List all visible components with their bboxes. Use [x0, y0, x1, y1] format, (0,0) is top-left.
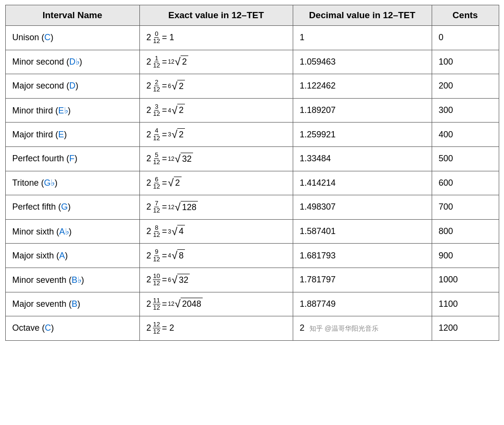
- table-row: Minor third (E♭) 2312 = 4√2 1.189207 300: [5, 98, 499, 123]
- table-row: Perfect fourth (F) 2512 = 12√32 1.33484 …: [5, 146, 499, 171]
- table-row: Unison (C) 2012 = 1 1 0: [5, 26, 499, 50]
- interval-name: Minor seventh (B♭): [5, 268, 139, 292]
- exact-value: 2512 = 12√32: [139, 146, 293, 171]
- cents-value: 900: [432, 244, 499, 268]
- decimal-value: 1.059463: [293, 50, 432, 74]
- cents-value: 0: [432, 26, 499, 50]
- decimal-value: 1.122462: [293, 74, 432, 99]
- decimal-value: 1.33484: [293, 146, 432, 171]
- cents-value: 1200: [432, 316, 499, 341]
- interval-name: Major seventh (B): [5, 292, 139, 316]
- decimal-value: 2 知乎 @温哥华阳光音乐: [293, 316, 432, 341]
- table-row: Major third (E) 2412 = 3√2 1.259921 400: [5, 123, 499, 147]
- table-row: Major second (D) 2212 = 6√2 1.122462 200: [5, 74, 499, 99]
- cents-value: 1100: [432, 292, 499, 316]
- header-decimal-value: Decimal value in 12–TET: [293, 5, 432, 26]
- cents-value: 1000: [432, 268, 499, 292]
- interval-name: Perfect fifth (G): [5, 195, 139, 220]
- cents-value: 400: [432, 123, 499, 147]
- interval-name: Minor sixth (A♭): [5, 219, 139, 244]
- interval-name: Perfect fourth (F): [5, 146, 139, 171]
- header-interval-name: Interval Name: [5, 5, 139, 26]
- table-row: Minor seventh (B♭) 21012 = 6√32 1.781797…: [5, 268, 499, 292]
- exact-value: 2112 = 12√2: [139, 50, 293, 74]
- cents-value: 600: [432, 171, 499, 195]
- header-cents: Cents: [432, 5, 499, 26]
- cents-value: 800: [432, 219, 499, 244]
- table-row: Tritone (G♭) 2612 = √2 1.414214 600: [5, 171, 499, 195]
- exact-value: 2712 = 12√128: [139, 195, 293, 220]
- table-row: Minor second (D♭) 2112 = 12√2 1.059463 1…: [5, 50, 499, 74]
- interval-name: Major third (E): [5, 123, 139, 147]
- exact-value: 2212 = 6√2: [139, 74, 293, 99]
- table-row: Major sixth (A) 2912 = 4√8 1.681793 900: [5, 244, 499, 268]
- interval-name: Octave (C): [5, 316, 139, 341]
- table-row: Perfect fifth (G) 2712 = 12√128 1.498307…: [5, 195, 499, 220]
- decimal-value: 1.681793: [293, 244, 432, 268]
- table-row: Octave (C) 21212 = 2 2 知乎 @温哥华阳光音乐 1200: [5, 316, 499, 341]
- decimal-value: 1.498307: [293, 195, 432, 220]
- cents-value: 500: [432, 146, 499, 171]
- interval-name: Major sixth (A): [5, 244, 139, 268]
- table-row: Major seventh (B) 21112 = 12√2048 1.8877…: [5, 292, 499, 316]
- exact-value: 2612 = √2: [139, 171, 293, 195]
- exact-value: 2012 = 1: [139, 26, 293, 50]
- exact-value: 2912 = 4√8: [139, 244, 293, 268]
- decimal-value: 1.414214: [293, 171, 432, 195]
- exact-value: 21212 = 2: [139, 316, 293, 341]
- interval-name: Unison (C): [5, 26, 139, 50]
- decimal-value: 1.781797: [293, 268, 432, 292]
- interval-name: Tritone (G♭): [5, 171, 139, 195]
- cents-value: 100: [432, 50, 499, 74]
- decimal-value: 1: [293, 26, 432, 50]
- exact-value: 2412 = 3√2: [139, 123, 293, 147]
- cents-value: 300: [432, 98, 499, 123]
- cents-value: 700: [432, 195, 499, 220]
- exact-value: 21012 = 6√32: [139, 268, 293, 292]
- exact-value: 2812 = 3√4: [139, 219, 293, 244]
- exact-value: 2312 = 4√2: [139, 98, 293, 123]
- decimal-value: 1.587401: [293, 219, 432, 244]
- decimal-value: 1.189207: [293, 98, 432, 123]
- decimal-value: 1.259921: [293, 123, 432, 147]
- interval-name: Minor third (E♭): [5, 98, 139, 123]
- decimal-value: 1.887749: [293, 292, 432, 316]
- interval-name: Major second (D): [5, 74, 139, 99]
- intervals-table: Interval Name Exact value in 12–TET Deci…: [5, 5, 499, 341]
- exact-value: 21112 = 12√2048: [139, 292, 293, 316]
- table-row: Minor sixth (A♭) 2812 = 3√4 1.587401 800: [5, 219, 499, 244]
- cents-value: 200: [432, 74, 499, 99]
- header-exact-value: Exact value in 12–TET: [139, 5, 293, 26]
- interval-name: Minor second (D♭): [5, 50, 139, 74]
